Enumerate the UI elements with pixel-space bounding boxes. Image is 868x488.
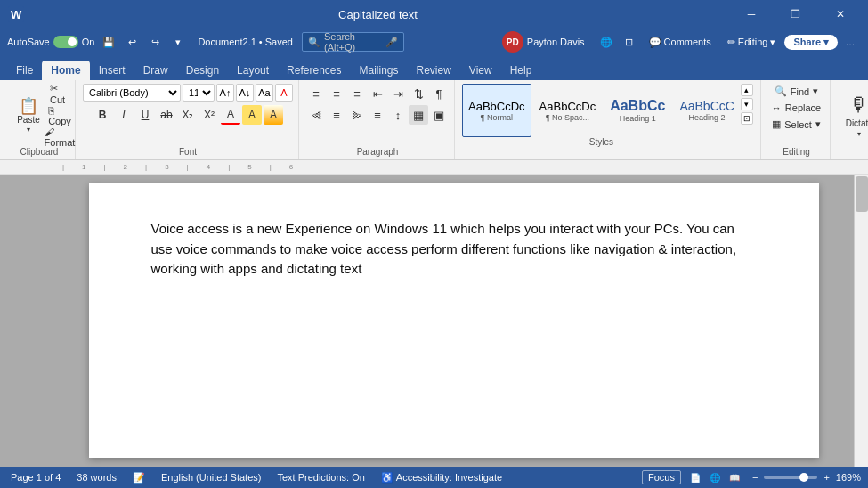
font-size-select[interactable]: 11: [183, 84, 215, 102]
vertical-scrollbar[interactable]: [854, 175, 868, 467]
select-button[interactable]: ▦ Select ▾: [768, 117, 824, 132]
save-icon-button[interactable]: 💾: [98, 31, 119, 53]
font-label: Font: [83, 147, 293, 159]
shading-para-button[interactable]: ▦: [409, 105, 428, 125]
globe-icon-button[interactable]: 🌐: [596, 31, 617, 53]
tab-draw[interactable]: Draw: [134, 61, 177, 80]
minimize-button[interactable]: ─: [731, 0, 772, 28]
copy-button[interactable]: ⎘ Copy: [50, 106, 69, 126]
superscript-button[interactable]: X²: [199, 105, 219, 125]
tab-view[interactable]: View: [460, 61, 501, 80]
line-spacing-button[interactable]: ↕: [388, 105, 408, 125]
comments-button[interactable]: 💬 Comments: [642, 35, 718, 50]
undo-button[interactable]: ↩: [121, 31, 142, 53]
styles-scroll-down[interactable]: ▾: [741, 98, 753, 110]
more-options-icon[interactable]: …: [840, 31, 861, 53]
ribbon-section-clipboard: 📋 Paste ▾ ✂ Cut ⎘ Copy 🖌 Format Clipboar…: [4, 80, 76, 159]
page-status[interactable]: Page 1 of 4: [7, 472, 64, 483]
sort-button[interactable]: ⇅: [409, 84, 428, 103]
zoom-out-button[interactable]: −: [749, 472, 761, 483]
more-button[interactable]: ▾: [167, 31, 189, 53]
font-family-select[interactable]: Calibri (Body): [83, 84, 181, 102]
paragraph-controls: ≡ ≡ ≡ ⇤ ⇥ ⇅ ¶ ⫷ ≡ ⫸ ≡ ↕ ▦ ▣: [306, 84, 449, 147]
zoom-thumb[interactable]: [799, 473, 808, 482]
subscript-button[interactable]: X₂: [178, 105, 198, 125]
paste-icon: 📋: [19, 98, 38, 114]
change-case-button[interactable]: Aa: [256, 84, 273, 102]
style-heading2[interactable]: AaBbCcC Heading 2: [673, 84, 740, 137]
font-grow-button[interactable]: A↑: [216, 84, 234, 102]
underline-button[interactable]: U: [135, 105, 155, 125]
fullscreen-button[interactable]: ⊡: [619, 31, 640, 53]
user-avatar[interactable]: PD: [502, 31, 523, 53]
tab-references[interactable]: References: [278, 61, 350, 80]
styles-label: Styles: [462, 137, 741, 150]
word-icon[interactable]: W: [7, 5, 25, 23]
accessibility[interactable]: ♿ Accessibility: Investigate: [377, 472, 506, 484]
find-button[interactable]: 🔍 Find ▾: [771, 84, 822, 99]
focus-button[interactable]: Focus: [642, 470, 681, 484]
borders-button[interactable]: ▣: [429, 105, 449, 125]
ribbon: 📋 Paste ▾ ✂ Cut ⎘ Copy 🖌 Format Clipboar…: [0, 80, 868, 160]
italic-button[interactable]: I: [114, 105, 134, 125]
align-right-button[interactable]: ⫸: [347, 105, 367, 125]
text-predictions[interactable]: Text Predictions: On: [273, 472, 368, 483]
scroll-thumb[interactable]: [856, 176, 868, 212]
clear-format-button[interactable]: A: [275, 84, 293, 102]
align-center-button[interactable]: ≡: [327, 105, 346, 125]
close-button[interactable]: ✕: [820, 0, 861, 28]
user-name: Payton Davis: [527, 37, 585, 47]
chevron-down-icon: ▾: [770, 37, 775, 48]
share-button[interactable]: Share ▾: [784, 35, 838, 50]
decrease-indent-button[interactable]: ⇤: [368, 84, 387, 103]
cut-button[interactable]: ✂ Cut: [50, 85, 69, 104]
tab-file[interactable]: File: [7, 61, 42, 80]
multilevel-button[interactable]: ≡: [347, 84, 367, 103]
shading-button[interactable]: A: [264, 105, 283, 125]
strikethrough-button[interactable]: ab: [157, 105, 176, 125]
search-box[interactable]: 🔍 Search (Alt+Q) 🎤: [302, 32, 404, 52]
numbering-button[interactable]: ≡: [327, 84, 346, 103]
styles-container: AaBbCcDc ¶ Normal AaBbCcDc ¶ No Spac... …: [462, 84, 741, 150]
paste-button[interactable]: 📋 Paste ▾: [9, 96, 48, 135]
tab-mailings[interactable]: Mailings: [350, 61, 407, 80]
editing-button[interactable]: ✏ Editing ▾: [720, 35, 783, 50]
font-color-button[interactable]: A: [221, 105, 240, 125]
styles-expand[interactable]: ⊡: [741, 112, 753, 125]
styles-scroll-up[interactable]: ▴: [741, 84, 753, 96]
tab-help[interactable]: Help: [501, 61, 541, 80]
read-mode-button[interactable]: 📖: [726, 469, 743, 485]
track-changes-icon[interactable]: 📝: [129, 472, 149, 484]
zoom-in-button[interactable]: +: [820, 472, 832, 483]
bold-button[interactable]: B: [93, 105, 112, 125]
bullets-button[interactable]: ≡: [306, 84, 326, 103]
tab-design[interactable]: Design: [177, 61, 228, 80]
autosave-toggle[interactable]: [53, 36, 78, 48]
font-shrink-button[interactable]: A↓: [236, 84, 254, 102]
word-count[interactable]: 38 words: [73, 472, 120, 483]
redo-button[interactable]: ↪: [144, 31, 166, 53]
tab-insert[interactable]: Insert: [90, 61, 134, 80]
style-no-spacing[interactable]: AaBbCcDc ¶ No Spac...: [533, 84, 603, 137]
tab-review[interactable]: Review: [408, 61, 460, 80]
highlight-button[interactable]: A: [242, 105, 262, 125]
voice-controls: 🎙 Dictate ▾ 🔊 Read Aloud: [838, 84, 868, 147]
tab-layout[interactable]: Layout: [228, 61, 278, 80]
zoom-slider[interactable]: [764, 476, 817, 479]
document-content[interactable]: Voice access is a new Experience on Wind…: [151, 219, 757, 280]
dictate-button[interactable]: 🎙 Dictate ▾: [838, 89, 868, 142]
web-layout-button[interactable]: 🌐: [706, 469, 724, 485]
justify-button[interactable]: ≡: [368, 105, 387, 125]
replace-button[interactable]: ↔ Replace: [768, 101, 824, 115]
tab-home[interactable]: Home: [42, 61, 89, 80]
increase-indent-button[interactable]: ⇥: [388, 84, 408, 103]
restore-button[interactable]: ❐: [775, 0, 816, 28]
language-status[interactable]: English (United States): [158, 472, 265, 483]
paragraph-row1: ≡ ≡ ≡ ⇤ ⇥ ⇅ ¶: [306, 84, 449, 103]
print-layout-button[interactable]: 📄: [686, 469, 704, 485]
style-normal[interactable]: AaBbCcDc ¶ Normal: [462, 84, 531, 137]
align-left-button[interactable]: ⫷: [306, 105, 326, 125]
format-painter-button[interactable]: 🖌 Format: [50, 127, 69, 147]
style-heading1[interactable]: AaBbCc Heading 1: [604, 84, 671, 137]
show-marks-button[interactable]: ¶: [429, 84, 449, 103]
